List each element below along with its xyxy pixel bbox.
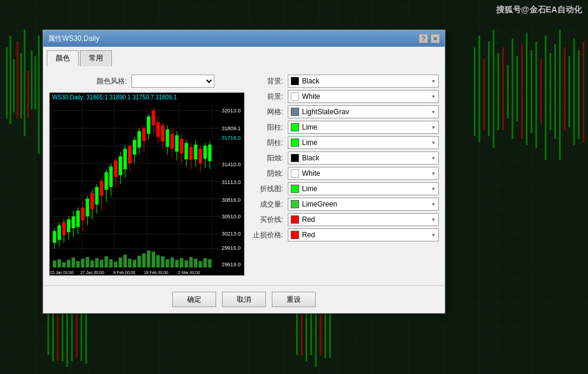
svg-rect-10: [474, 47, 475, 136]
help-button[interactable]: ?: [419, 34, 428, 43]
setting-label-ask: 买价线:: [250, 215, 283, 225]
bear-candle-color-value: White: [302, 169, 320, 178]
setting-label-fg: 前景:: [250, 92, 283, 102]
ask-color-select[interactable]: Red: [288, 213, 439, 226]
watermark-text: 搜狐号@金石EA自动化: [496, 5, 582, 15]
svg-rect-103: [137, 131, 141, 148]
svg-text:18 Feb 00:00: 18 Feb 00:00: [144, 270, 168, 275]
svg-rect-121: [180, 138, 184, 153]
svg-rect-144: [100, 260, 104, 267]
right-panel: 背景: Black 前景: White 网格:: [250, 75, 439, 276]
grid-color-select[interactable]: LightSlateGrav: [288, 105, 439, 118]
stoploss-color-swatch: [291, 231, 299, 239]
line-color-value: Lime: [302, 185, 317, 193]
ask-color-value: Red: [302, 215, 315, 224]
svg-rect-31: [573, 38, 575, 145]
setting-label-bear-candle: 阴烛:: [250, 169, 283, 179]
cancel-button[interactable]: 取消: [222, 292, 266, 307]
svg-rect-77: [76, 211, 80, 227]
line-color-select[interactable]: Lime: [288, 182, 439, 195]
line-color-swatch: [291, 185, 299, 193]
svg-rect-67: [53, 231, 56, 243]
setting-row-grid: 网格: LightSlateGrav: [250, 105, 439, 118]
svg-text:31716.0: 31716.0: [221, 135, 240, 141]
svg-rect-4: [20, 53, 22, 118]
setting-label-stoploss: 止损价格:: [250, 230, 283, 240]
stoploss-color-select[interactable]: Red: [288, 228, 439, 241]
bg-color-select[interactable]: Black: [288, 75, 439, 88]
stoploss-color-value: Red: [302, 231, 315, 239]
svg-rect-71: [62, 223, 66, 236]
confirm-button[interactable]: 确定: [172, 292, 216, 307]
svg-rect-12: [483, 59, 485, 130]
svg-rect-6: [27, 71, 29, 118]
svg-rect-117: [171, 134, 174, 149]
svg-rect-139: [76, 261, 80, 267]
svg-rect-125: [189, 147, 193, 160]
setting-row-bull-bar: 阳柱: Lime: [250, 121, 439, 134]
dialog-body: 颜色 常用 颜色风格: WS30,Daily: 31865;1 31890.1 …: [43, 47, 445, 283]
svg-text:32013.0: 32013.0: [221, 108, 240, 114]
chart-svg: 32013.0 31809.1 31716.0 31410.0 31113.0 …: [50, 93, 244, 275]
volume-color-swatch: [291, 200, 299, 208]
setting-label-bg: 背景:: [250, 76, 283, 86]
svg-rect-147: [114, 262, 117, 267]
svg-rect-167: [208, 259, 211, 267]
bull-candle-color-select[interactable]: Black: [288, 151, 439, 165]
reset-button[interactable]: 重设: [272, 292, 316, 307]
dialog-footer: 确定 取消 重设: [43, 285, 445, 313]
bull-candle-color-value: Black: [302, 154, 319, 162]
setting-label-line: 折线图:: [250, 184, 283, 194]
svg-rect-23: [535, 41, 537, 148]
svg-rect-127: [194, 144, 197, 159]
svg-text:29916.0: 29916.0: [221, 245, 240, 251]
svg-rect-138: [72, 257, 75, 267]
svg-rect-142: [91, 260, 94, 267]
fg-color-swatch: [291, 92, 299, 101]
svg-rect-30: [568, 56, 570, 127]
svg-rect-18: [512, 38, 513, 139]
left-panel: 颜色风格: WS30,Daily: 31865;1 31890.1 31750.…: [49, 75, 245, 276]
properties-dialog: 属性WS30,Daily ? ✕ 颜色 常用 颜色风格:: [43, 30, 445, 314]
svg-rect-13: [488, 41, 490, 136]
setting-row-bear-bar: 阴柱: Lime: [250, 136, 439, 149]
svg-rect-36: [57, 308, 59, 361]
svg-rect-3: [17, 41, 18, 118]
tab-color[interactable]: 颜色: [47, 50, 79, 66]
setting-label-volume: 成交量:: [250, 199, 283, 209]
close-button[interactable]: ✕: [430, 34, 440, 43]
svg-text:30213.0: 30213.0: [221, 231, 240, 237]
svg-rect-137: [67, 260, 70, 267]
svg-rect-27: [554, 44, 556, 139]
svg-rect-150: [128, 259, 131, 267]
svg-rect-129: [198, 149, 202, 163]
dialog-title: 属性WS30,Daily: [48, 34, 99, 44]
volume-color-select[interactable]: LimeGreen: [288, 198, 439, 211]
svg-rect-2: [13, 59, 15, 112]
svg-rect-99: [128, 146, 131, 163]
svg-text:27 Jan 00:00: 27 Jan 00:00: [81, 270, 104, 275]
setting-row-ask: 买价线: Red: [250, 213, 439, 226]
svg-rect-1: [9, 36, 11, 124]
bear-candle-color-swatch: [291, 169, 299, 178]
bear-bar-color-select[interactable]: Lime: [288, 136, 439, 149]
color-style-select[interactable]: [131, 75, 214, 88]
svg-rect-22: [531, 50, 532, 133]
setting-row-stoploss: 止损价格: Red: [250, 228, 439, 241]
svg-text:31809.1: 31809.1: [221, 125, 240, 131]
svg-rect-0: [6, 47, 8, 118]
svg-rect-143: [95, 258, 99, 267]
color-style-label: 颜色风格:: [97, 76, 127, 86]
tab-common[interactable]: 常用: [80, 50, 112, 66]
svg-rect-17: [507, 65, 509, 118]
svg-rect-25: [545, 36, 547, 160]
svg-rect-166: [203, 258, 207, 267]
svg-rect-161: [180, 258, 184, 267]
chart-preview: WS30,Daily: 31865;1 31890.1 31750.7 3180…: [49, 92, 245, 276]
svg-rect-101: [133, 140, 136, 154]
bull-bar-color-select[interactable]: Lime: [288, 121, 439, 134]
fg-color-select[interactable]: White: [288, 90, 439, 103]
svg-text:15 Jan 00:00: 15 Jan 00:00: [50, 270, 73, 275]
bear-candle-color-select[interactable]: White: [288, 167, 439, 180]
svg-text:30510.0: 30510.0: [221, 214, 240, 220]
